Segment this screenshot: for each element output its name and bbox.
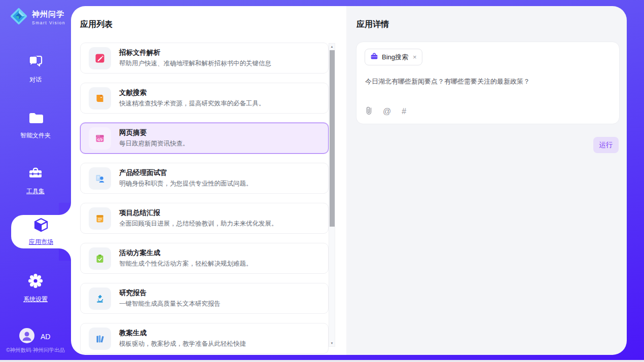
copyright-text: ©神州数码·神州问学出品	[0, 347, 71, 354]
briefcase-icon	[370, 52, 378, 62]
run-button[interactable]: 运行	[593, 137, 619, 153]
app-card-list: 招标文件解析 帮助用户快速、准确地理解和解析招标书中的关键信息 文献搜索	[80, 43, 329, 355]
app-card-name: 文献搜索	[119, 88, 265, 97]
app-card-research-report[interactable]: 研究报告 一键智能生成高质量长文本研究报告	[80, 283, 329, 314]
app-card-name: 网页摘要	[119, 128, 189, 137]
app-card-desc: 一键智能生成高质量长文本研究报告	[119, 300, 221, 308]
app-card-name: 教案生成	[119, 329, 246, 338]
bump-connector-top	[59, 203, 71, 215]
app-card-bid-analysis[interactable]: 招标文件解析 帮助用户快速、准确地理解和解析招标书中的关键信息	[80, 43, 329, 74]
sidebar-item-toolset[interactable]: 工具集	[0, 166, 71, 196]
app-card-pm-interviewer[interactable]: 产品经理面试官 明确身份和职责，为您提供专业性的面试问题。	[80, 163, 329, 194]
app-card-name: 招标文件解析	[119, 48, 271, 57]
logo-diamond-icon	[9, 7, 28, 28]
sidebar-item-label: 系统设置	[23, 295, 48, 304]
close-icon[interactable]: ×	[413, 53, 417, 61]
book-icon	[89, 87, 111, 110]
folder-icon	[27, 111, 44, 127]
app-card-name: 活动方案生成	[119, 248, 253, 258]
scrollbar-up-icon[interactable]: ▲	[329, 44, 335, 50]
sidebar-item-label: 智能文件夹	[20, 131, 51, 140]
app-card-lesson-plan[interactable]: 教案生成 模板驱动，教案秒成，教学准备从此轻松快捷	[80, 323, 329, 354]
app-card-desc: 每日政府新闻资讯快查。	[119, 139, 189, 148]
sidebar-item-label: 应用市场	[29, 238, 53, 246]
app-card-desc: 明确身份和职责，为您提供专业性的面试问题。	[119, 179, 253, 188]
hash-icon[interactable]: #	[402, 107, 406, 116]
app-window: 神州问学 Smart Vision 对话 智能文件夹	[0, 0, 644, 361]
memo-icon	[89, 207, 111, 230]
prompt-text[interactable]: 今日湖北有哪些新闻要点？有哪些需要关注的最新政策？	[365, 77, 609, 87]
edit-doc-icon	[89, 47, 111, 69]
app-detail-title: 应用详情	[356, 19, 389, 30]
bottom-edge	[0, 360, 644, 361]
app-card-webpage-summary[interactable]: 网页摘要 每日政府新闻资讯快查。	[80, 123, 329, 154]
app-logo: 神州问学 Smart Vision	[9, 7, 65, 28]
logo-subtitle: Smart Vision	[32, 20, 65, 25]
sidebar-item-label: 对话	[29, 76, 42, 84]
app-card-event-plan[interactable]: 活动方案生成 智能生成个性化活动方案，轻松解决规划难题。	[80, 243, 329, 274]
toolbox-icon	[27, 166, 44, 183]
sidebar: 神州问学 Smart Vision 对话 智能文件夹	[0, 0, 71, 361]
microscope-icon	[89, 287, 111, 310]
sidebar-item-settings[interactable]: 系统设置	[0, 273, 71, 304]
app-card-literature-search[interactable]: 文献搜索 快速精准查找学术资源，提高研究效率的必备工具。	[80, 83, 329, 114]
mention-icon[interactable]: @	[383, 107, 391, 116]
sidebar-item-smart-folder[interactable]: 智能文件夹	[0, 111, 71, 140]
scrollbar-down-icon[interactable]: ▼	[329, 340, 335, 346]
app-card-desc: 全面回顾项目进展，总结经验教训，助力未来优化发展。	[119, 220, 278, 228]
app-card-desc: 帮助用户快速、准确地理解和解析招标书中的关键信息	[119, 59, 271, 68]
user-account[interactable]: AD	[19, 328, 50, 345]
logo-title: 神州问学	[32, 10, 65, 19]
app-card-desc: 智能生成个性化活动方案，轻松解决规划难题。	[119, 260, 253, 268]
sidebar-item-app-market[interactable]: 应用市场	[11, 215, 71, 248]
prompt-input-card[interactable]: Bing搜索 × 今日湖北有哪些新闻要点？有哪些需要关注的最新政策？ @ #	[356, 42, 620, 124]
app-card-project-summary[interactable]: 项目总结汇报 全面回顾项目进展，总结经验教训，助力未来优化发展。	[80, 203, 329, 234]
user-initials: AD	[41, 333, 50, 341]
app-card-name: 项目总结汇报	[119, 208, 278, 218]
app-card-desc: 快速精准查找学术资源，提高研究效率的必备工具。	[119, 99, 265, 108]
books-icon	[89, 328, 111, 350]
app-card-name: 产品经理面试官	[119, 168, 253, 177]
app-list-panel: 应用列表 招标文件解析 帮助用户快速、准确地理解和解析招标书中的关键信息	[71, 6, 346, 355]
bump-connector-bottom	[59, 248, 71, 261]
app-card-name: 研究报告	[119, 288, 221, 298]
scrollbar-thumb[interactable]	[330, 50, 335, 227]
cube-icon	[33, 217, 49, 235]
webpage-icon	[89, 127, 111, 150]
app-card-desc: 模板驱动，教案秒成，教学准备从此轻松快捷	[119, 340, 246, 348]
chat-icon	[27, 54, 44, 71]
sidebar-item-chat[interactable]: 对话	[0, 54, 71, 84]
interviewer-icon	[89, 167, 111, 190]
prompt-toolbar: @ #	[365, 106, 406, 117]
app-detail-panel: 应用详情 Bing搜索 × 今日湖北有哪些新闻要点？有哪些需要关注的最新政策？	[346, 6, 627, 355]
attachment-icon[interactable]	[365, 106, 372, 117]
content-area: 应用列表 招标文件解析 帮助用户快速、准确地理解和解析招标书中的关键信息	[71, 6, 627, 355]
clipboard-check-icon	[89, 247, 111, 270]
tool-tag-bing-search[interactable]: Bing搜索 ×	[365, 49, 422, 65]
gear-icon	[27, 273, 44, 291]
sidebar-item-label: 工具集	[26, 187, 45, 196]
app-list-scrollbar[interactable]: ▲ ▼	[329, 43, 335, 347]
app-list-title: 应用列表	[80, 19, 113, 30]
avatar	[19, 328, 34, 345]
tool-tag-label: Bing搜索	[382, 53, 408, 62]
